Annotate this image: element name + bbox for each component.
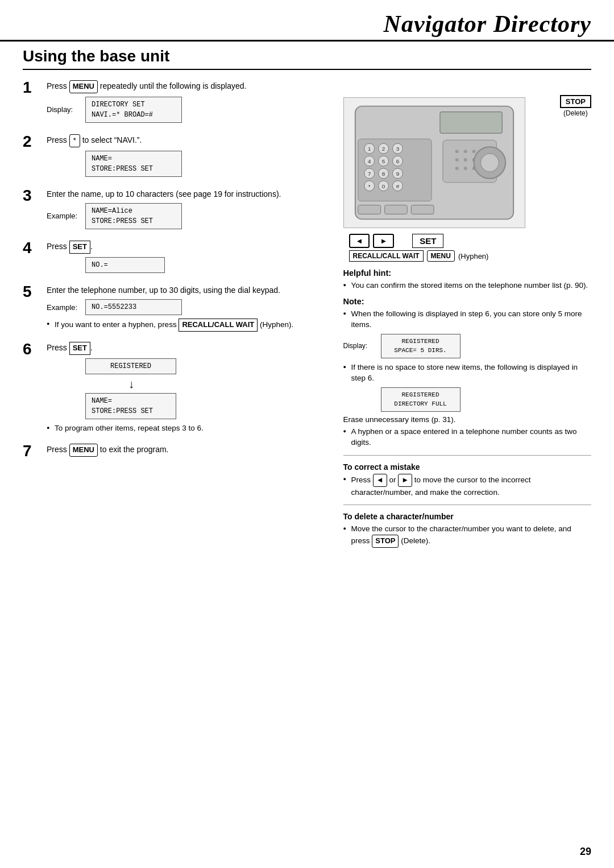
step-1-number: 1: [23, 79, 41, 97]
step-6-content: Press SET. REGISTERED ↓ NAME=STORE:PRESS…: [47, 342, 326, 436]
step-4-text: Press SET.: [47, 241, 326, 254]
step-6-name-row: NAME=STORE:PRESS SET: [85, 393, 326, 419]
step-2-display-box: NAME=STORE:PRESS SET: [85, 151, 182, 177]
menu-key-7: MENU: [69, 444, 98, 457]
step-3-display-box: NAME=AliceSTORE:PRESS SET: [85, 203, 182, 229]
divider-2: [343, 505, 592, 505]
svg-text:2: 2: [381, 146, 385, 152]
step-3-display-row: Example: NAME=AliceSTORE:PRESS SET: [47, 203, 326, 229]
step-5-display-box: NO.=5552233: [85, 299, 182, 315]
svg-text:8: 8: [381, 171, 385, 177]
note-display-box-2: REGISTEREDDIRECTORY FULL: [381, 387, 460, 412]
step-6-bullet-1: To program other items, repeat steps 3 t…: [47, 423, 326, 434]
note-display-box-1: REGISTEREDSPACE= 5 DIRS.: [381, 334, 460, 358]
step-2-content: Press * to select “NAVI.”. NAME=STORE:PR…: [47, 134, 326, 180]
svg-text:#: #: [396, 183, 399, 189]
stop-button-label: STOP: [560, 95, 591, 108]
step-4-display-row: NO.=: [47, 257, 326, 273]
step-4-number: 4: [23, 239, 41, 257]
svg-text:1: 1: [367, 146, 371, 152]
step-6-text: Press SET.: [47, 342, 326, 355]
hyphen-label: (Hyphen): [458, 252, 488, 261]
nav-left-icon: ◄: [373, 474, 387, 487]
helpful-hint-section: Helpful hint: You can confirm the stored…: [343, 268, 592, 291]
svg-text:0: 0: [381, 183, 385, 189]
note-bullet-2: If there is no space to store new items,…: [343, 362, 592, 384]
step-6-name-box: NAME=STORE:PRESS SET: [85, 393, 176, 419]
page-title: Navigator Directory: [384, 11, 591, 37]
device-area: STOP (Delete) 1: [343, 97, 592, 228]
main-content: Using the base unit 1 Press MENU repeate…: [0, 47, 614, 567]
svg-rect-1: [439, 112, 501, 134]
step-1-display-label: Display:: [47, 105, 80, 114]
device-image: 1 2 3 4 5 6 7: [343, 97, 525, 228]
menu-label-btn: MENU: [427, 250, 455, 262]
to-correct-bullets: Press ◄ or ► to move the cursor to the i…: [343, 474, 592, 498]
stop-key-delete: STOP: [372, 535, 399, 548]
step-5-bullet-1: If you want to enter a hyphen, press REC…: [47, 319, 326, 332]
divider-1: [343, 455, 592, 456]
step-4-display-box: NO.=: [85, 257, 165, 273]
step-3-text: Enter the name, up to 10 characters (see…: [47, 188, 326, 200]
stop-sub-label: (Delete): [563, 109, 588, 117]
section-title: Using the base unit: [23, 47, 591, 70]
step-6-bullets: To program other items, repeat steps 3 t…: [47, 423, 326, 434]
helpful-hint-title: Helpful hint:: [343, 268, 592, 278]
note-bullet-1: When the following is displayed in step …: [343, 308, 592, 330]
note-display-label-1: Display:: [343, 342, 376, 350]
device-svg: 1 2 3 4 5 6 7: [344, 100, 525, 225]
nav-label-row: RECALL/CALL WAIT MENU (Hyphen): [349, 250, 592, 262]
svg-point-32: [463, 158, 467, 162]
two-col-layout: 1 Press MENU repeatedly until the follow…: [23, 80, 591, 550]
step-7: 7 Press MENU to exit the program.: [23, 444, 326, 460]
step-3-display-label: Example:: [47, 212, 80, 220]
recall-key-5: RECALL/CALL WAIT: [179, 319, 258, 332]
step-4-content: Press SET. NO.=: [47, 241, 326, 276]
to-delete-bullets: Move the cursor to the character/number …: [343, 523, 592, 547]
to-correct-bullet-1: Press ◄ or ► to move the cursor to the i…: [343, 474, 592, 498]
svg-rect-39: [358, 205, 380, 214]
svg-point-28: [455, 150, 458, 153]
step-6: 6 Press SET. REGISTERED ↓: [23, 342, 326, 436]
svg-text:9: 9: [396, 171, 399, 177]
step-2-text: Press * to select “NAVI.”.: [47, 134, 326, 147]
nav-buttons-row: ◄ ► SET: [349, 234, 592, 248]
set-btn-nav: SET: [412, 234, 443, 248]
left-column: 1 Press MENU repeatedly until the follow…: [23, 80, 326, 468]
menu-key-1: MENU: [69, 80, 98, 93]
stop-area: STOP (Delete): [560, 95, 591, 117]
helpful-hint-bullet-1: You can confirm the stored items on the …: [343, 280, 592, 291]
right-column: STOP (Delete) 1: [343, 80, 592, 550]
step-7-text: Press MENU to exit the program.: [47, 444, 326, 457]
to-correct-section: To correct a mistake Press ◄ or ► to mov…: [343, 462, 592, 498]
page-number: 29: [580, 846, 591, 858]
step-2-display-row: NAME=STORE:PRESS SET: [47, 151, 326, 177]
step-6-display: REGISTERED ↓ NAME=STORE:PRESS SET: [47, 358, 326, 419]
svg-point-30: [472, 150, 475, 153]
step-2: 2 Press * to select “NAVI.”. NAME=STORE:…: [23, 134, 326, 180]
to-delete-title: To delete a character/number: [343, 512, 592, 521]
step-6-registered-row: REGISTERED: [85, 358, 326, 374]
recall-label-btn: RECALL/CALL WAIT: [349, 250, 424, 262]
step-4: 4 Press SET. NO.=: [23, 241, 326, 276]
step-1-content: Press MENU repeatedly until the followin…: [47, 80, 326, 126]
step-3-content: Enter the name, up to 10 characters (see…: [47, 188, 326, 233]
page-header: Navigator Directory: [0, 0, 614, 42]
step-1-text: Press MENU repeatedly until the followin…: [47, 80, 326, 93]
step-5: 5 Enter the telephone number, up to 30 d…: [23, 284, 326, 334]
svg-text:6: 6: [396, 158, 399, 164]
asterisk-key: *: [69, 134, 80, 147]
note-display-row-1: Display: REGISTEREDSPACE= 5 DIRS.: [343, 334, 592, 358]
step-5-display-label: Example:: [47, 303, 80, 312]
nav-right-btn: ►: [373, 234, 394, 248]
svg-rect-41: [411, 205, 434, 214]
step-2-number: 2: [23, 133, 41, 151]
note-bullets: When the following is displayed in step …: [343, 308, 592, 330]
set-key-4: SET: [69, 241, 90, 254]
step-6-arrow: ↓: [85, 378, 177, 391]
note-section: Note: When the following is displayed in…: [343, 297, 592, 448]
note-bullets-2: If there is no space to store new items,…: [343, 362, 592, 384]
to-delete-section: To delete a character/number Move the cu…: [343, 512, 592, 547]
svg-text:4: 4: [367, 158, 371, 164]
step-5-number: 5: [23, 283, 41, 301]
